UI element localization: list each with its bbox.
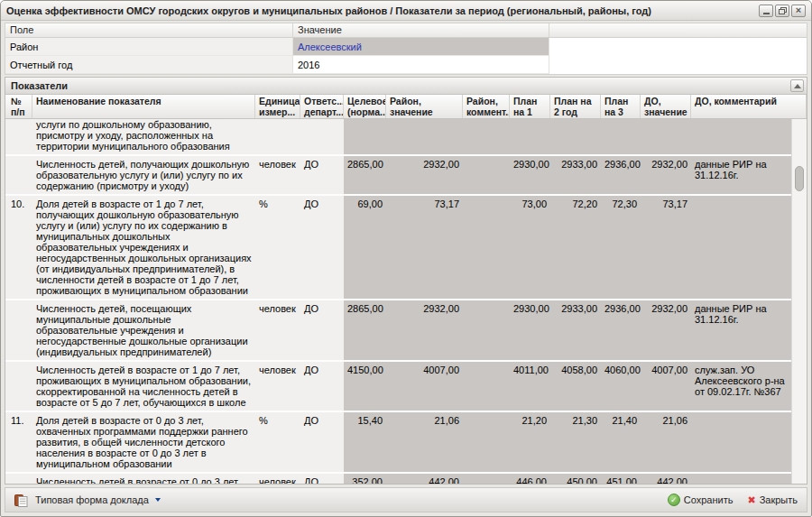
table-row[interactable]: Численность детей, посещающих муниципаль… bbox=[5, 300, 791, 362]
window-controls: × bbox=[759, 5, 806, 17]
cell-plan3: 2936,00 bbox=[601, 156, 641, 194]
cell-dept: ДО bbox=[300, 474, 344, 484]
form-row-filler bbox=[549, 56, 807, 74]
cell-target: 2865,00 bbox=[344, 300, 386, 360]
cell-name: Численность детей в возрасте от 0 до 3 л… bbox=[32, 474, 255, 484]
cell-plan3: 2936,00 bbox=[601, 300, 641, 360]
cell-name: Доля детей в возрасте от 1 до 7 лет, пол… bbox=[32, 196, 255, 299]
cell-rayon_comment bbox=[463, 196, 510, 299]
cell-rayon_comment bbox=[463, 474, 510, 484]
cell-plan2: 72,20 bbox=[550, 196, 601, 299]
cell-rayon_comment bbox=[463, 362, 510, 411]
cell-rayon_value: 4007,00 bbox=[386, 362, 463, 411]
table-row[interactable]: 11.Доля детей в возрасте от 0 до 3 лет, … bbox=[5, 412, 791, 474]
table-row[interactable]: Численность детей в возрасте от 0 до 3 л… bbox=[5, 474, 791, 484]
cell-plan2: 4058,00 bbox=[550, 362, 601, 411]
scrollbar-thumb[interactable] bbox=[795, 166, 804, 191]
report-button[interactable]: Типовая форма доклада bbox=[11, 492, 164, 509]
cell-plan1 bbox=[510, 119, 550, 154]
cell-dept: ДО bbox=[300, 156, 344, 194]
vertical-scrollbar[interactable] bbox=[791, 119, 807, 484]
collapse-arrow-icon bbox=[794, 84, 801, 88]
cell-unit: человек bbox=[255, 156, 300, 194]
table-row[interactable]: услуги по дошкольному образованию, присм… bbox=[5, 119, 791, 156]
bottom-toolbar: Типовая форма доклада ✓ Сохранить ✖ Закр… bbox=[5, 487, 807, 512]
column-header-do_comment[interactable]: ДО, комментарий bbox=[691, 95, 807, 118]
cell-target: 352,00 bbox=[344, 474, 386, 484]
collapse-button[interactable] bbox=[790, 79, 804, 92]
column-header-unit[interactable]: Единица измер... bbox=[255, 95, 300, 118]
rayon-value-field[interactable]: Алексеевский bbox=[293, 38, 549, 56]
form-header-field: Поле bbox=[5, 23, 293, 37]
cell-unit: человек bbox=[255, 362, 300, 411]
window-titlebar: Оценка эффективности ОМСУ городских окру… bbox=[1, 1, 811, 21]
rayon-field-label: Район bbox=[5, 38, 293, 56]
cell-rayon_value: 73,17 bbox=[386, 196, 463, 299]
cell-plan2: 2933,00 bbox=[550, 156, 601, 194]
grid-header: № п/пНаименование показателяЕдиница изме… bbox=[5, 95, 807, 119]
close-window-icon: × bbox=[796, 5, 801, 15]
cell-plan3: 21,40 bbox=[601, 412, 641, 472]
cell-plan1: 446,00 bbox=[510, 474, 550, 484]
cell-num bbox=[5, 119, 32, 154]
cell-plan2 bbox=[550, 119, 601, 154]
cell-do_comment bbox=[691, 474, 791, 484]
table-row[interactable]: Численность детей, получающих дошкольную… bbox=[5, 156, 791, 196]
cell-plan2: 450,00 bbox=[550, 474, 601, 484]
cell-rayon_comment bbox=[463, 156, 510, 194]
column-header-plan3[interactable]: План на 3 год bbox=[601, 95, 641, 118]
column-header-dept[interactable]: Ответс... департ... bbox=[300, 95, 344, 118]
cell-plan3: 4060,00 bbox=[601, 362, 641, 411]
cell-target: 69,00 bbox=[344, 196, 386, 299]
toolbar-right-group: ✓ Сохранить ✖ Закрыть bbox=[664, 492, 801, 508]
form-row-year: Отчетный год 2016 bbox=[5, 56, 807, 74]
cell-unit: % bbox=[255, 412, 300, 472]
save-check-icon: ✓ bbox=[668, 494, 680, 506]
restore-icon bbox=[779, 7, 787, 14]
year-field-label: Отчетный год bbox=[5, 56, 293, 74]
year-value-field[interactable]: 2016 bbox=[293, 56, 549, 74]
cell-target bbox=[344, 119, 386, 154]
cell-plan3: 72,30 bbox=[601, 196, 641, 299]
minimize-button[interactable] bbox=[759, 5, 773, 17]
cell-name: Численность детей, посещающих муниципаль… bbox=[32, 300, 255, 360]
column-header-name[interactable]: Наименование показателя bbox=[32, 95, 255, 118]
column-header-target[interactable]: Целевое (норма... bbox=[344, 95, 386, 118]
cell-rayon_value: 2932,00 bbox=[386, 156, 463, 194]
column-header-do_value[interactable]: ДО, значение bbox=[641, 95, 691, 118]
cell-target: 4150,00 bbox=[344, 362, 386, 411]
column-header-plan2[interactable]: План на 2 год bbox=[550, 95, 601, 118]
form-header: Поле Значение bbox=[5, 23, 807, 38]
column-header-rayon_value[interactable]: Район, значение bbox=[386, 95, 463, 118]
cell-do_value: 4007,00 bbox=[641, 362, 691, 411]
restore-button[interactable] bbox=[775, 5, 789, 17]
cell-do_comment bbox=[691, 196, 791, 299]
cell-plan1: 21,20 bbox=[510, 412, 550, 472]
cell-do_value: 2932,00 bbox=[641, 156, 691, 194]
cell-do_value: 21,06 bbox=[641, 412, 691, 472]
form-header-value: Значение bbox=[293, 23, 549, 37]
cell-unit: % bbox=[255, 196, 300, 299]
cell-target: 2865,00 bbox=[344, 156, 386, 194]
table-row[interactable]: Численность детей в возрасте от 1 до 7 л… bbox=[5, 362, 791, 412]
cell-plan1: 73,00 bbox=[510, 196, 550, 299]
minimize-icon bbox=[763, 13, 770, 14]
save-button[interactable]: ✓ Сохранить bbox=[664, 492, 737, 508]
form-row-rayon: Район Алексеевский bbox=[5, 38, 807, 56]
table-row[interactable]: 10.Доля детей в возрасте от 1 до 7 лет, … bbox=[5, 196, 791, 300]
filter-form: Поле Значение Район Алексеевский Отчетны… bbox=[5, 23, 807, 75]
cell-dept bbox=[300, 119, 344, 154]
column-header-plan1[interactable]: План на 1 год bbox=[510, 95, 550, 118]
cell-do_comment: данные РИР на 31.12.16г. bbox=[691, 156, 791, 194]
column-header-num[interactable]: № п/п bbox=[5, 95, 32, 118]
cell-num: 11. bbox=[5, 412, 32, 472]
cell-rayon_comment bbox=[463, 300, 510, 360]
close-button[interactable]: ✖ Закрыть bbox=[743, 493, 801, 507]
dropdown-arrow-icon bbox=[155, 498, 161, 502]
column-header-rayon_comment[interactable]: Район, коммент... bbox=[463, 95, 510, 118]
report-document-icon bbox=[14, 494, 28, 507]
cell-do_value: 73,17 bbox=[641, 196, 691, 299]
cell-rayon_comment bbox=[463, 412, 510, 472]
close-window-button[interactable]: × bbox=[791, 5, 806, 17]
cell-num: 10. bbox=[5, 196, 32, 299]
